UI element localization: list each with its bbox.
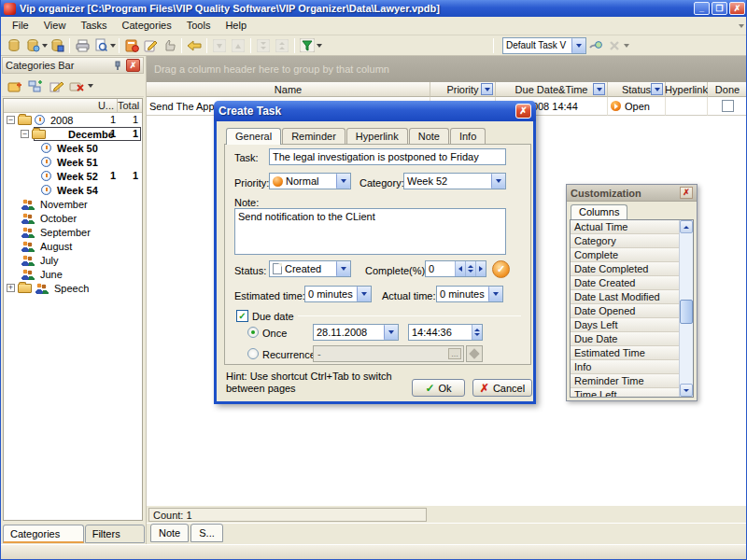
- tab-info[interactable]: Info: [450, 128, 486, 144]
- scroll-up-button[interactable]: [680, 220, 693, 233]
- status-combo[interactable]: Created: [269, 260, 351, 277]
- customization-close-button[interactable]: ✗: [680, 187, 693, 199]
- tab-reminder[interactable]: Reminder: [282, 128, 345, 144]
- cancel-button[interactable]: ✗ Cancel: [472, 379, 532, 397]
- complete-spinner[interactable]: 0: [425, 260, 486, 277]
- recurrence-radio[interactable]: [247, 348, 259, 359]
- due-date-checkbox[interactable]: ✓: [236, 310, 248, 322]
- column-item-days-left[interactable]: Days Left: [571, 318, 679, 332]
- column-total[interactable]: Total: [118, 99, 142, 112]
- menu-view[interactable]: View: [36, 17, 74, 35]
- once-date-combo[interactable]: 28.11.2008: [313, 324, 399, 341]
- collapse-icon[interactable]: [7, 116, 15, 124]
- ok-button[interactable]: ✓ Ok: [412, 379, 465, 397]
- category-dropdown-button[interactable]: [491, 174, 505, 189]
- column-item-category[interactable]: Category: [571, 234, 679, 248]
- menu-tasks[interactable]: Tasks: [73, 17, 114, 35]
- actual-dropdown-button[interactable]: [488, 287, 502, 301]
- columns-scrollbar[interactable]: [679, 220, 693, 397]
- sidebar-toolbar-dropdown-icon[interactable]: [88, 84, 93, 88]
- open-database-button[interactable]: [23, 36, 42, 54]
- customization-titlebar[interactable]: Customization ✗: [567, 185, 697, 202]
- tab-hyperlink[interactable]: Hyperlink: [346, 128, 408, 144]
- done-checkbox[interactable]: [722, 100, 734, 112]
- move-top-button[interactable]: [273, 36, 291, 54]
- dialog-titlebar[interactable]: Create Task ✗: [214, 101, 536, 121]
- spin-right-button[interactable]: [475, 261, 486, 276]
- estimated-dropdown-button[interactable]: [357, 287, 371, 301]
- tab-categories-bar[interactable]: Categories Bar: [3, 525, 84, 543]
- priority-combo[interactable]: Normal: [269, 173, 351, 189]
- expand-icon[interactable]: [7, 284, 15, 292]
- tree-item-november[interactable]: November: [4, 197, 142, 211]
- column-item-info[interactable]: Info: [571, 360, 679, 374]
- new-database-button[interactable]: [5, 36, 23, 54]
- column-header-done[interactable]: Done: [708, 82, 747, 97]
- edit-task-button[interactable]: [141, 36, 160, 54]
- tree-item-september[interactable]: September: [4, 225, 142, 239]
- priority-dropdown-button[interactable]: [336, 174, 350, 189]
- column-item-date-last-modified[interactable]: Date Last Modified: [571, 290, 679, 304]
- tab-columns[interactable]: Columns: [571, 204, 627, 219]
- group-by-bar[interactable]: Drag a column header here to group by th…: [147, 56, 747, 82]
- tree-item-speech[interactable]: Speech: [4, 281, 142, 295]
- column-item-date-opened[interactable]: Date Opened: [571, 304, 679, 318]
- print-button[interactable]: [73, 36, 92, 54]
- scroll-thumb[interactable]: [680, 300, 693, 324]
- actual-combo[interactable]: 0 minutes: [436, 286, 503, 302]
- status-filter-button[interactable]: [651, 83, 663, 95]
- assign-task-button[interactable]: [160, 36, 178, 54]
- tab-general[interactable]: General: [226, 128, 281, 145]
- date-dropdown-button[interactable]: [384, 325, 398, 340]
- recurrence-pattern-button[interactable]: [466, 345, 483, 362]
- dialog-close-button[interactable]: ✗: [515, 104, 531, 119]
- column-item-date-completed[interactable]: Date Completed: [571, 262, 679, 276]
- once-radio[interactable]: [247, 327, 259, 338]
- minimize-button[interactable]: _: [694, 2, 710, 15]
- menu-help[interactable]: Help: [218, 17, 254, 35]
- new-task-button[interactable]: [122, 36, 141, 54]
- print-dropdown-icon[interactable]: [110, 44, 116, 48]
- tree-item-2008[interactable]: 2008 1 1: [4, 113, 142, 127]
- tab-note[interactable]: Note: [150, 524, 189, 542]
- tab-filters-bar[interactable]: Filters Bar: [85, 525, 145, 543]
- column-item-estimated-time[interactable]: Estimated Time: [571, 346, 679, 360]
- column-header-priority[interactable]: Priority: [430, 82, 496, 97]
- column-item-due-date[interactable]: Due Date: [571, 332, 679, 346]
- menu-file[interactable]: File: [5, 17, 36, 35]
- move-down-button[interactable]: [210, 36, 229, 54]
- spin-updown-button[interactable]: [465, 261, 475, 276]
- print-preview-button[interactable]: [92, 36, 110, 54]
- tree-item-week50[interactable]: Week 50: [4, 141, 142, 155]
- menu-categories[interactable]: Categories: [115, 17, 179, 35]
- pin-button[interactable]: [110, 59, 124, 72]
- tree-item-week54[interactable]: Week 54: [4, 183, 142, 197]
- task-view-dropdown-button[interactable]: [571, 38, 585, 53]
- tree-item-october[interactable]: October: [4, 211, 142, 225]
- task-view-combo[interactable]: Default Task V: [502, 37, 586, 54]
- once-time-spinner[interactable]: 14:44:36: [408, 324, 483, 341]
- tree-item-week52[interactable]: Week 52 1 1: [4, 169, 142, 183]
- note-textarea[interactable]: Send notification to the CLient: [234, 208, 506, 255]
- time-updown-button[interactable]: [472, 325, 482, 340]
- tree-item-july[interactable]: July: [4, 253, 142, 267]
- complete-done-button[interactable]: ✓: [492, 260, 510, 278]
- apply-view-button[interactable]: [586, 36, 605, 54]
- priority-filter-button[interactable]: [481, 83, 493, 95]
- sidebar-close-button[interactable]: ✗: [126, 59, 140, 72]
- move-bottom-button[interactable]: [254, 36, 273, 54]
- filter-button[interactable]: [298, 36, 317, 54]
- category-combo[interactable]: Week 52: [403, 173, 506, 189]
- column-header-hyperlink[interactable]: Hyperlink: [666, 82, 708, 97]
- close-button[interactable]: ✗: [729, 2, 745, 15]
- task-input[interactable]: [269, 148, 506, 165]
- move-up-button[interactable]: [229, 36, 247, 54]
- restore-button[interactable]: ❐: [712, 2, 727, 15]
- tree-item-august[interactable]: August: [4, 239, 142, 253]
- due-filter-button[interactable]: [593, 83, 605, 95]
- add-category-button[interactable]: [6, 77, 24, 95]
- tab-note[interactable]: Note: [409, 128, 449, 144]
- edit-category-button[interactable]: [47, 77, 65, 95]
- tree-item-week51[interactable]: Week 51: [4, 155, 142, 169]
- clear-view-button[interactable]: [605, 36, 624, 54]
